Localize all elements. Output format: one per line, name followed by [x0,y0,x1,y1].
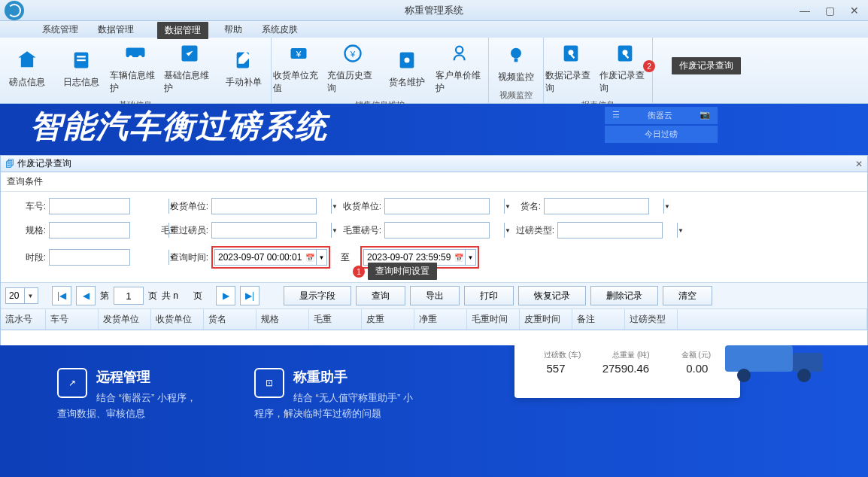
dropdown-icon[interactable]: ▼ [331,199,338,214]
svg-rect-23 [725,345,793,372]
search-section-title: 查询条件 [1,172,867,192]
search-body: 车号: ▼ 发货单位: ▼ 收货单位: ▼ 货名: ▼ 规格: ▼ 毛重过磅员:… [1,192,867,282]
label-vehicle: 车号: [8,200,46,213]
input-goods[interactable]: ▼ [544,198,649,214]
footer-card-remote: ↗ 远程管理 结合 “衡器云” 小程序，查询数据、审核信息 [57,368,238,422]
dropdown-icon[interactable]: ▼ [168,250,175,265]
menu-system[interactable]: 系统管理 [35,22,86,38]
input-vehicle[interactable]: ▼ [49,198,130,214]
input-from-date[interactable]: 📅▼ [214,249,327,266]
dropdown-icon[interactable]: ▼ [504,223,511,238]
banner: 智能汽车衡过磅系统 ☰衡器云📷 今日过磅 [0,104,868,155]
btn-recharge-history[interactable]: ¥充值历史查询 [326,38,380,98]
delete-button[interactable]: 删除记录 [590,286,658,305]
col-remark: 备注 [572,309,625,330]
col-blank [678,309,867,330]
label-ye2: 页 [193,290,202,302]
col-gross-time: 毛重时间 [467,309,520,330]
clear-button[interactable]: 清空 [663,286,712,305]
btn-basic-info[interactable]: 基础信息维护 [162,38,217,98]
footer-banner: ↗ 远程管理 结合 “衡器云” 小程序，查询数据、审核信息 ⊡ 称重助手 结合 … [0,345,868,477]
export-button[interactable]: 导出 [410,286,460,305]
btn-goods-maintain[interactable]: 货名维护 [380,38,434,98]
window-controls: — ▢ ✕ [795,3,863,18]
page-number-input[interactable] [114,287,144,305]
restore-button[interactable]: 恢复记录 [518,286,586,305]
label-weigh-type: 过磅类型: [503,224,554,237]
app-logo [5,1,24,20]
maximize-button[interactable]: ▢ [821,3,839,18]
label-ye: 页 [148,290,157,302]
dropdown-icon[interactable]: ▼ [331,223,338,238]
page-size-select[interactable]: ▼ [5,287,38,304]
btn-data-query[interactable]: 数据记录查询 [544,38,598,98]
input-weigh-type[interactable]: ▼ [557,222,663,238]
close-button[interactable]: ✕ [845,3,863,18]
btn-video-monitor[interactable]: 视频监控 [489,38,543,88]
toolbar-group-video: 视频监控 视频监控 [489,38,544,103]
dropdown-icon[interactable]: ▼ [168,223,175,238]
btn-log-info[interactable]: 日志信息 [54,38,108,98]
dropdown-icon[interactable]: ▼ [663,199,670,214]
panel-close-button[interactable]: ✕ [855,159,863,169]
col-receiver: 收货单位 [151,309,204,330]
svg-rect-3 [126,48,145,58]
input-gross-point[interactable]: ▼ [384,222,490,238]
table-header: 流水号 车号 发货单位 收货单位 货名 规格 毛重 皮重 净重 毛重时间 皮重时… [1,309,867,330]
dropdown-icon[interactable]: ▼ [677,223,684,238]
print-button[interactable]: 打印 [464,286,514,305]
input-receiver[interactable]: ▼ [384,198,490,214]
query-button[interactable]: 查询 [356,286,405,305]
btn-recharge[interactable]: ¥收货单位充值 [272,38,326,98]
minimize-button[interactable]: — [795,3,815,18]
scale-icon: ⊡ [254,368,284,398]
dropdown-icon[interactable]: ▼ [504,199,511,214]
panel-icon: 🗐 [5,159,14,169]
calendar-icon[interactable]: 📅 [305,254,316,262]
svg-point-21 [623,50,628,55]
btn-customer-price[interactable]: 客户单价维护 [434,38,488,98]
window-title: 称重管理系统 [405,4,463,17]
last-page-button[interactable]: ▶| [240,286,259,305]
menu-skin[interactable]: 系统皮肤 [254,22,305,38]
menu-help[interactable]: 帮助 [217,22,250,38]
input-period[interactable]: ▼ [49,249,130,266]
calendar-icon[interactable]: 📅 [454,254,465,262]
truck-graphic [718,345,838,390]
btn-point-info[interactable]: 磅点信息 [0,38,54,98]
annotation-badge-2: 2 [643,60,655,72]
dropdown-icon[interactable]: ▼ [465,250,475,265]
label-gong: 共 n [162,290,178,302]
banner-title: 智能汽车衡过磅系统 [30,105,328,147]
void-query-panel: 🗐 作废记录查询 ✕ 查询条件 车号: ▼ 发货单位: ▼ 收货单位: ▼ 货名… [0,155,868,355]
svg-rect-1 [77,56,86,57]
pager-row: ▼ |◀ ◀ 第 页 共 n 页 ▶ ▶| 显示字段 查询 导出 打印 恢复记录… [1,282,867,309]
col-weigh-type: 过磅类型 [625,309,678,330]
first-page-button[interactable]: |◀ [52,286,71,305]
svg-point-4 [129,56,132,59]
label-spec: 规格: [8,224,46,237]
col-serial: 流水号 [1,309,46,330]
dropdown-icon[interactable]: ▼ [316,250,326,265]
col-tare-time: 皮重时间 [520,309,572,330]
phone-widget: ☰衡器云📷 今日过磅 [605,107,718,144]
label-di: 第 [100,290,109,302]
menu-data[interactable]: 数据管理 [90,22,141,38]
prev-page-button[interactable]: ◀ [76,286,96,305]
svg-rect-16 [514,59,518,62]
col-shipper: 发货单位 [99,309,151,330]
btn-vehicle-info[interactable]: 车辆信息维护 [108,38,162,98]
input-gross-operator[interactable]: ▼ [211,222,317,238]
footer-card-assistant: ⊡ 称重助手 结合 “无人值守称重助手” 小程序，解决临时车过磅的问题 [254,368,450,422]
dropdown-icon[interactable]: ▼ [168,199,175,214]
btn-manual-supplement[interactable]: 手动补单 [217,38,271,98]
panel-header: 🗐 作废记录查询 ✕ [1,156,867,172]
dropdown-icon[interactable]: ▼ [24,288,36,303]
next-page-button[interactable]: ▶ [216,286,235,305]
show-fields-button[interactable]: 显示字段 [284,286,351,305]
svg-rect-2 [77,59,86,60]
input-shipper[interactable]: ▼ [211,198,317,214]
col-vehicle: 车号 [46,309,99,330]
input-spec[interactable]: ▼ [49,222,130,238]
svg-point-13 [405,57,410,62]
